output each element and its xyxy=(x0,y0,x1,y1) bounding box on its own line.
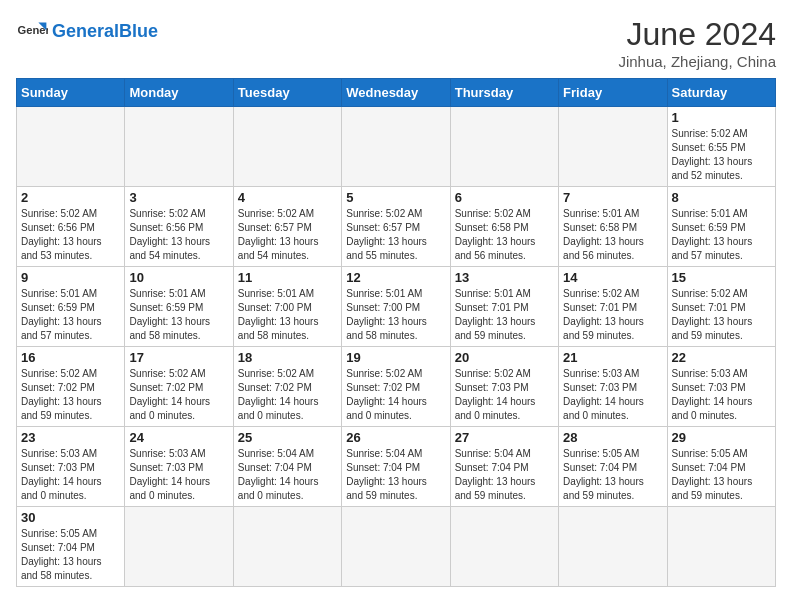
day-number: 5 xyxy=(346,190,445,205)
day-info: Sunrise: 5:01 AM Sunset: 6:59 PM Dayligh… xyxy=(129,287,228,343)
day-info: Sunrise: 5:02 AM Sunset: 7:02 PM Dayligh… xyxy=(129,367,228,423)
day-info: Sunrise: 5:02 AM Sunset: 6:56 PM Dayligh… xyxy=(129,207,228,263)
day-info: Sunrise: 5:05 AM Sunset: 7:04 PM Dayligh… xyxy=(563,447,662,503)
day-info: Sunrise: 5:05 AM Sunset: 7:04 PM Dayligh… xyxy=(672,447,771,503)
day-cell: 21Sunrise: 5:03 AM Sunset: 7:03 PM Dayli… xyxy=(559,347,667,427)
day-info: Sunrise: 5:02 AM Sunset: 6:56 PM Dayligh… xyxy=(21,207,120,263)
weekday-header-row: SundayMondayTuesdayWednesdayThursdayFrid… xyxy=(17,79,776,107)
day-cell xyxy=(17,107,125,187)
weekday-header-monday: Monday xyxy=(125,79,233,107)
day-info: Sunrise: 5:02 AM Sunset: 7:01 PM Dayligh… xyxy=(672,287,771,343)
day-cell xyxy=(559,507,667,587)
day-info: Sunrise: 5:04 AM Sunset: 7:04 PM Dayligh… xyxy=(455,447,554,503)
day-info: Sunrise: 5:03 AM Sunset: 7:03 PM Dayligh… xyxy=(672,367,771,423)
day-cell: 13Sunrise: 5:01 AM Sunset: 7:01 PM Dayli… xyxy=(450,267,558,347)
weekday-header-wednesday: Wednesday xyxy=(342,79,450,107)
logo-icon: General xyxy=(16,16,48,48)
day-info: Sunrise: 5:02 AM Sunset: 6:58 PM Dayligh… xyxy=(455,207,554,263)
location-subtitle: Jinhua, Zhejiang, China xyxy=(618,53,776,70)
weekday-header-thursday: Thursday xyxy=(450,79,558,107)
weekday-header-tuesday: Tuesday xyxy=(233,79,341,107)
day-cell: 14Sunrise: 5:02 AM Sunset: 7:01 PM Dayli… xyxy=(559,267,667,347)
day-number: 28 xyxy=(563,430,662,445)
day-info: Sunrise: 5:02 AM Sunset: 7:02 PM Dayligh… xyxy=(238,367,337,423)
day-cell xyxy=(667,507,775,587)
day-cell xyxy=(233,107,341,187)
day-info: Sunrise: 5:02 AM Sunset: 6:55 PM Dayligh… xyxy=(672,127,771,183)
day-number: 12 xyxy=(346,270,445,285)
day-cell: 22Sunrise: 5:03 AM Sunset: 7:03 PM Dayli… xyxy=(667,347,775,427)
day-number: 7 xyxy=(563,190,662,205)
day-info: Sunrise: 5:05 AM Sunset: 7:04 PM Dayligh… xyxy=(21,527,120,583)
day-cell: 5Sunrise: 5:02 AM Sunset: 6:57 PM Daylig… xyxy=(342,187,450,267)
day-cell: 1Sunrise: 5:02 AM Sunset: 6:55 PM Daylig… xyxy=(667,107,775,187)
day-cell xyxy=(450,107,558,187)
day-cell: 7Sunrise: 5:01 AM Sunset: 6:58 PM Daylig… xyxy=(559,187,667,267)
day-info: Sunrise: 5:01 AM Sunset: 7:00 PM Dayligh… xyxy=(346,287,445,343)
day-info: Sunrise: 5:02 AM Sunset: 6:57 PM Dayligh… xyxy=(238,207,337,263)
weekday-header-sunday: Sunday xyxy=(17,79,125,107)
day-cell: 24Sunrise: 5:03 AM Sunset: 7:03 PM Dayli… xyxy=(125,427,233,507)
day-cell: 12Sunrise: 5:01 AM Sunset: 7:00 PM Dayli… xyxy=(342,267,450,347)
day-info: Sunrise: 5:03 AM Sunset: 7:03 PM Dayligh… xyxy=(21,447,120,503)
day-cell: 30Sunrise: 5:05 AM Sunset: 7:04 PM Dayli… xyxy=(17,507,125,587)
day-info: Sunrise: 5:01 AM Sunset: 6:59 PM Dayligh… xyxy=(21,287,120,343)
day-cell: 29Sunrise: 5:05 AM Sunset: 7:04 PM Dayli… xyxy=(667,427,775,507)
day-cell xyxy=(342,507,450,587)
week-row-5: 23Sunrise: 5:03 AM Sunset: 7:03 PM Dayli… xyxy=(17,427,776,507)
day-cell: 19Sunrise: 5:02 AM Sunset: 7:02 PM Dayli… xyxy=(342,347,450,427)
day-info: Sunrise: 5:02 AM Sunset: 7:02 PM Dayligh… xyxy=(21,367,120,423)
day-cell xyxy=(125,507,233,587)
day-number: 29 xyxy=(672,430,771,445)
page-header: General GeneralBlue June 2024 Jinhua, Zh… xyxy=(16,16,776,70)
day-cell: 16Sunrise: 5:02 AM Sunset: 7:02 PM Dayli… xyxy=(17,347,125,427)
logo-text: GeneralBlue xyxy=(52,22,158,42)
day-number: 25 xyxy=(238,430,337,445)
weekday-header-saturday: Saturday xyxy=(667,79,775,107)
day-info: Sunrise: 5:04 AM Sunset: 7:04 PM Dayligh… xyxy=(346,447,445,503)
day-number: 9 xyxy=(21,270,120,285)
day-number: 26 xyxy=(346,430,445,445)
day-info: Sunrise: 5:01 AM Sunset: 6:59 PM Dayligh… xyxy=(672,207,771,263)
day-info: Sunrise: 5:04 AM Sunset: 7:04 PM Dayligh… xyxy=(238,447,337,503)
month-title: June 2024 xyxy=(618,16,776,53)
day-number: 19 xyxy=(346,350,445,365)
day-number: 23 xyxy=(21,430,120,445)
week-row-1: 1Sunrise: 5:02 AM Sunset: 6:55 PM Daylig… xyxy=(17,107,776,187)
day-number: 10 xyxy=(129,270,228,285)
day-number: 1 xyxy=(672,110,771,125)
day-cell: 10Sunrise: 5:01 AM Sunset: 6:59 PM Dayli… xyxy=(125,267,233,347)
calendar-table: SundayMondayTuesdayWednesdayThursdayFrid… xyxy=(16,78,776,587)
day-cell: 25Sunrise: 5:04 AM Sunset: 7:04 PM Dayli… xyxy=(233,427,341,507)
day-info: Sunrise: 5:01 AM Sunset: 7:00 PM Dayligh… xyxy=(238,287,337,343)
week-row-3: 9Sunrise: 5:01 AM Sunset: 6:59 PM Daylig… xyxy=(17,267,776,347)
day-number: 17 xyxy=(129,350,228,365)
day-info: Sunrise: 5:03 AM Sunset: 7:03 PM Dayligh… xyxy=(563,367,662,423)
day-number: 27 xyxy=(455,430,554,445)
logo: General GeneralBlue xyxy=(16,16,158,48)
day-number: 20 xyxy=(455,350,554,365)
day-number: 30 xyxy=(21,510,120,525)
day-cell: 27Sunrise: 5:04 AM Sunset: 7:04 PM Dayli… xyxy=(450,427,558,507)
day-number: 14 xyxy=(563,270,662,285)
day-cell: 4Sunrise: 5:02 AM Sunset: 6:57 PM Daylig… xyxy=(233,187,341,267)
week-row-2: 2Sunrise: 5:02 AM Sunset: 6:56 PM Daylig… xyxy=(17,187,776,267)
day-cell: 8Sunrise: 5:01 AM Sunset: 6:59 PM Daylig… xyxy=(667,187,775,267)
day-number: 3 xyxy=(129,190,228,205)
day-cell: 3Sunrise: 5:02 AM Sunset: 6:56 PM Daylig… xyxy=(125,187,233,267)
day-number: 16 xyxy=(21,350,120,365)
day-info: Sunrise: 5:01 AM Sunset: 7:01 PM Dayligh… xyxy=(455,287,554,343)
day-cell xyxy=(233,507,341,587)
day-info: Sunrise: 5:03 AM Sunset: 7:03 PM Dayligh… xyxy=(129,447,228,503)
day-number: 13 xyxy=(455,270,554,285)
day-cell: 6Sunrise: 5:02 AM Sunset: 6:58 PM Daylig… xyxy=(450,187,558,267)
logo-general: General xyxy=(52,21,119,41)
day-number: 24 xyxy=(129,430,228,445)
day-cell: 15Sunrise: 5:02 AM Sunset: 7:01 PM Dayli… xyxy=(667,267,775,347)
day-cell xyxy=(125,107,233,187)
day-cell xyxy=(559,107,667,187)
day-number: 4 xyxy=(238,190,337,205)
day-info: Sunrise: 5:02 AM Sunset: 7:03 PM Dayligh… xyxy=(455,367,554,423)
day-cell: 28Sunrise: 5:05 AM Sunset: 7:04 PM Dayli… xyxy=(559,427,667,507)
logo-blue: Blue xyxy=(119,21,158,41)
